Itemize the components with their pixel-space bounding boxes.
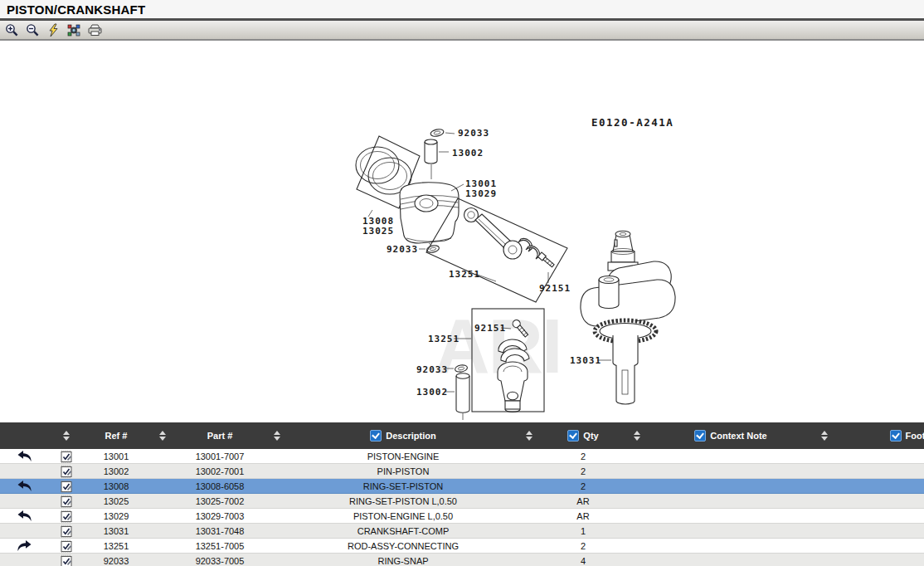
- spacer-cell: [622, 494, 652, 508]
- link-cell: [0, 494, 48, 508]
- column-checkbox[interactable]: [370, 430, 382, 442]
- part-note-icon[interactable]: [48, 464, 85, 478]
- spacer-cell: [148, 464, 178, 478]
- context-note-cell: [652, 539, 810, 553]
- page-title: PISTON/CRANKSHAFT: [7, 2, 145, 17]
- part-label[interactable]: 13002: [416, 387, 448, 398]
- spacer-cell: [262, 494, 292, 508]
- footnote-cell: [839, 539, 924, 553]
- sort-icon[interactable]: [159, 431, 166, 441]
- table-row[interactable]: 1300113001-7007PISTON-ENGINE2: [0, 449, 924, 464]
- page-header: PISTON/CRANKSHAFT: [0, 0, 924, 21]
- part-label[interactable]: 13251: [449, 269, 480, 280]
- part-note-icon[interactable]: [48, 494, 85, 508]
- link-cell: [0, 524, 48, 538]
- table-row[interactable]: 1300213002-7001PIN-PISTON2: [0, 464, 924, 479]
- hotspots-button[interactable]: [66, 22, 82, 37]
- highlight-button[interactable]: [45, 22, 61, 37]
- part-note-icon[interactable]: [48, 479, 85, 493]
- diagram-canvas[interactable]: ARI E0120-A241A: [0, 41, 924, 420]
- zoom-in-button[interactable]: [3, 22, 20, 37]
- part-label[interactable]: 92151: [474, 323, 506, 334]
- spacer-cell: [810, 479, 839, 493]
- ref-cell: 13001: [85, 449, 148, 463]
- part-label[interactable]: 92033: [387, 244, 418, 255]
- part-number-cell: 13002-7001: [178, 464, 262, 478]
- column-checkbox[interactable]: [694, 430, 706, 442]
- spacer-cell: [810, 539, 839, 553]
- back-arrow-icon[interactable]: [0, 509, 48, 523]
- table-row[interactable]: 1300813008-6058RING-SET-PISTON2: [0, 479, 924, 494]
- part-note-icon[interactable]: [48, 449, 85, 463]
- sort-icon[interactable]: [274, 431, 280, 441]
- spacer-cell: [262, 464, 292, 478]
- part-label[interactable]: 13031: [570, 355, 601, 366]
- spacer-cell: [514, 479, 544, 493]
- part-label[interactable]: 13029: [465, 188, 497, 199]
- context-note-cell: [652, 464, 810, 478]
- part-note-icon[interactable]: [48, 539, 85, 553]
- part-number-cell: 13025-7002: [178, 494, 262, 508]
- part-note-icon[interactable]: [48, 509, 85, 523]
- spacer-cell: [148, 524, 178, 538]
- sort-icon[interactable]: [634, 431, 640, 441]
- header-part: Part #: [178, 422, 262, 449]
- part-note-icon[interactable]: [48, 554, 85, 566]
- spacer-cell: [622, 554, 652, 566]
- table-row[interactable]: 1303113031-7048CRANKSHAFT-COMP1: [0, 524, 924, 539]
- column-checkbox[interactable]: [567, 430, 579, 442]
- column-checkbox[interactable]: [890, 430, 902, 442]
- footnote-cell: [839, 554, 924, 566]
- spacer-cell: [514, 554, 544, 566]
- spacer-cell: [514, 509, 544, 523]
- footnote-cell: [839, 464, 924, 478]
- part-note-icon[interactable]: [48, 524, 85, 538]
- footnote-cell: [839, 494, 924, 508]
- print-button[interactable]: [86, 22, 103, 37]
- qty-cell: 2: [544, 464, 622, 478]
- ref-cell: 13008: [85, 479, 148, 493]
- spacer-cell: [810, 494, 839, 508]
- zoom-in-icon: [5, 23, 19, 37]
- header-context-note: Context Note: [652, 422, 810, 449]
- footnote-cell: [839, 479, 924, 493]
- table-row[interactable]: 1302513025-7002RING-SET-PISTON L,0.50AR: [0, 494, 924, 509]
- table-header: Ref # Part # Description Qty Context Not…: [0, 422, 924, 449]
- ref-cell: 13031: [85, 524, 148, 538]
- diagram-code: E0120-A241A: [591, 116, 674, 129]
- spacer-cell: [262, 509, 292, 523]
- header-qty: Qty: [544, 422, 622, 449]
- part-label[interactable]: 13025: [362, 226, 394, 237]
- spacer-cell: [514, 464, 544, 478]
- spacer-cell: [148, 509, 178, 523]
- header-footnote: Foot: [839, 422, 924, 449]
- spacer-cell: [262, 539, 292, 553]
- part-label[interactable]: 13002: [452, 148, 484, 159]
- part-label[interactable]: 92033: [458, 128, 489, 139]
- footnote-cell: [839, 449, 924, 463]
- sort-icon[interactable]: [821, 431, 828, 441]
- part-number-cell: 13029-7003: [178, 509, 262, 523]
- spacer-cell: [262, 554, 292, 566]
- table-row[interactable]: 1325113251-7005ROD-ASSY-CONNECTING2: [0, 539, 924, 554]
- table-row[interactable]: 1302913029-7003PISTON-ENGINE L,0.50AR: [0, 509, 924, 524]
- spacer-cell: [262, 524, 292, 538]
- part-label[interactable]: 92151: [539, 283, 571, 294]
- sort-icon[interactable]: [63, 431, 70, 441]
- zoom-out-button[interactable]: [24, 22, 41, 37]
- part-label[interactable]: 13251: [428, 334, 460, 344]
- table-row[interactable]: 9203392033-7005RING-SNAP4: [0, 554, 924, 566]
- ref-cell: 13251: [85, 539, 148, 553]
- back-arrow-icon[interactable]: [0, 479, 48, 493]
- description-cell: RING-SET-PISTON: [292, 479, 514, 493]
- ref-cell: 13029: [85, 509, 148, 523]
- back-arrow-icon[interactable]: [0, 449, 48, 463]
- footnote-cell: [839, 509, 924, 523]
- sort-icon[interactable]: [526, 431, 533, 441]
- part-label[interactable]: 92033: [416, 364, 448, 375]
- description-cell: RING-SNAP: [292, 554, 514, 566]
- forward-arrow-icon[interactable]: [0, 539, 48, 553]
- description-cell: ROD-ASSY-CONNECTING: [292, 539, 514, 553]
- spacer-cell: [262, 479, 292, 493]
- context-note-cell: [652, 509, 810, 523]
